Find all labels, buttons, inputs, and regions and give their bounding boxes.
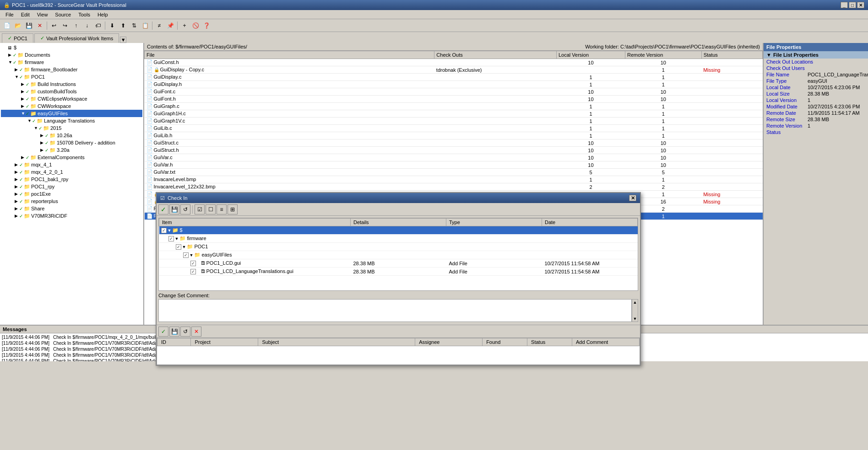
menu-source[interactable]: Source <box>51 11 75 18</box>
wi-col-found[interactable]: Found <box>483 338 527 346</box>
toolbar-open[interactable]: 📂 <box>13 21 23 31</box>
tree-expand-arrow[interactable]: ▶ <box>15 192 19 196</box>
tree-expand-arrow[interactable]: ▶ <box>8 53 13 57</box>
checkin-row[interactable]: ▼📁$ <box>159 226 638 235</box>
checkin-checkbox[interactable] <box>161 228 167 233</box>
title-bar-controls[interactable]: _ □ ✕ <box>841 2 864 8</box>
checkin-row[interactable]: ▼📁firmware <box>159 235 638 243</box>
tree-expand-arrow[interactable]: ▶ <box>15 199 19 204</box>
col-checkouts[interactable]: Check Outs <box>434 51 557 59</box>
toolbar-help[interactable]: ❓ <box>201 21 212 31</box>
dialog-btn-save[interactable]: 💾 <box>169 204 179 214</box>
work-items-save[interactable]: 💾 <box>169 327 179 337</box>
menu-help[interactable]: Help <box>94 11 112 18</box>
checkin-expand[interactable]: ▼ <box>182 245 186 249</box>
tree-expand-arrow[interactable]: ▶ <box>40 140 45 145</box>
tree-expand-arrow[interactable]: ▶ <box>15 184 19 189</box>
toolbar-checkin[interactable]: ⬆ <box>118 21 128 31</box>
tree-expand-arrow[interactable]: ▼ <box>15 75 19 79</box>
file-row[interactable]: 📄GuiStruct.h 10 10 <box>145 147 763 154</box>
file-row[interactable]: 📄GuiStruct.c 10 10 <box>145 139 763 147</box>
tree-expand-arrow[interactable]: ▶ <box>15 214 19 218</box>
checkin-checkbox[interactable] <box>183 252 189 258</box>
tree-expand-arrow[interactable]: ▶ <box>21 82 26 86</box>
tree-expand-arrow[interactable]: ▶ <box>40 148 45 152</box>
tree-item-firmware_bootloader[interactable]: ▶✓📁firmware_Bootloader <box>1 66 142 73</box>
file-row[interactable]: 📄InvacareLevel.bmp 1 1 <box>145 176 763 183</box>
menu-view[interactable]: View <box>33 11 52 18</box>
tree-item-3.20a[interactable]: ▶✓📁3.20a <box>1 146 142 154</box>
col-status[interactable]: Status <box>701 51 762 59</box>
tree-item-mqx_4_1[interactable]: ▶✓📁mqx_4_1 <box>1 161 142 168</box>
tree-item-reporterplus[interactable]: ▶✓📁reporterplus <box>1 198 142 205</box>
toolbar-label[interactable]: 🏷 <box>93 21 103 31</box>
tree-expand-arrow[interactable]: ▼ <box>34 126 38 130</box>
tree-item-documents[interactable]: ▶✓📁Documents <box>1 51 142 59</box>
checkin-expand[interactable]: ▼ <box>168 228 172 233</box>
checkin-row[interactable]: 🖺POC1_LCD.gui 28.38 MB Add File 10/27/20… <box>159 259 638 268</box>
maximize-button[interactable]: □ <box>849 2 856 8</box>
menu-edit[interactable]: Edit <box>17 11 33 18</box>
props-section-header[interactable]: ▼ File List Properties <box>764 51 868 59</box>
checkin-row[interactable]: 🖺POC1_LCD_LanguageTranslations.gui 28.38… <box>159 268 638 276</box>
toolbar-checkout[interactable]: ⬇ <box>107 21 117 31</box>
toolbar-save[interactable]: 💾 <box>24 21 34 31</box>
checkin-expand[interactable]: ▼ <box>175 236 179 241</box>
file-row[interactable]: 📄GuiLib.c 1 1 <box>145 125 763 132</box>
toolbar-undo[interactable]: ↩ <box>49 21 59 31</box>
tree-item-easyguifiles[interactable]: ▼✓📁easyGUIFiles <box>1 110 142 117</box>
close-button[interactable]: ✕ <box>857 2 864 8</box>
file-row[interactable]: 📄🔒GuiDisplay - Copy.c tdrobnak (Exclusiv… <box>145 66 763 74</box>
checkin-col-type[interactable]: Type <box>446 219 542 226</box>
comment-scroll-up[interactable]: ▲ <box>633 300 637 305</box>
wi-col-id[interactable]: ID <box>157 338 191 346</box>
file-row[interactable]: 📄GuiVar.txt 5 5 <box>145 169 763 176</box>
tree-item-cweclipseworkspace[interactable]: ▶✓📁CWEclipseWorkspace <box>1 95 142 102</box>
file-row[interactable]: 📄GuiConst.h 10 10 <box>145 59 763 66</box>
tree-expand-arrow[interactable]: ▶ <box>40 133 45 138</box>
toolbar-merge[interactable]: ⇅ <box>129 21 139 31</box>
wi-col-project[interactable]: Project <box>191 338 258 346</box>
tab-poc1[interactable]: ✓ POC1 <box>2 33 33 43</box>
dialog-file-table[interactable]: Item Details Type Date ▼📁$ ▼📁firmware ▼📁… <box>158 218 638 291</box>
file-row[interactable]: 📄GuiGraph1H.c 1 1 <box>145 110 763 118</box>
col-local-version[interactable]: Local Version <box>556 51 625 59</box>
tree-expand-arrow[interactable]: ▼ <box>21 111 26 116</box>
wi-col-comment[interactable]: Add Comment <box>572 338 640 346</box>
file-row[interactable]: 📄GuiFont.h 10 10 <box>145 96 763 103</box>
file-row[interactable]: 📄GuiVar.h 10 10 <box>145 161 763 169</box>
dialog-close-button[interactable]: ✕ <box>629 195 636 201</box>
menu-file[interactable]: File <box>2 11 17 18</box>
toolbar-redo[interactable]: ↪ <box>60 21 70 31</box>
dialog-btn-refresh[interactable]: ↺ <box>180 204 190 214</box>
work-items-delete[interactable]: ✕ <box>191 327 201 337</box>
tree-expand-arrow[interactable]: ▶ <box>21 104 26 108</box>
tree-item-share[interactable]: ▶✓📁Share <box>1 205 142 212</box>
file-row[interactable]: 📄GuiDisplay.h 1 1 <box>145 81 763 88</box>
tree-item-v70mr3ricidf[interactable]: ▶✓📁V70MR3RiCIDF <box>1 212 142 220</box>
checkin-expand[interactable]: ▼ <box>190 253 194 257</box>
file-row[interactable]: 📄GuiFont.c 10 10 <box>145 88 763 96</box>
comment-textarea[interactable] <box>158 299 632 322</box>
dialog-btn-list[interactable]: ≡ <box>217 204 227 214</box>
tree-item-language-translations[interactable]: ▼✓📁Language Translations <box>1 117 142 124</box>
tree-item-$[interactable]: 🖥$ <box>1 44 142 51</box>
tree-item-poc1[interactable]: ▼✓📁POC1 <box>1 73 142 80</box>
tree-item-build-instructions[interactable]: ▶✓📁Build Instructions <box>1 80 142 88</box>
checkin-row[interactable]: ▼📁easyGUIFiles <box>159 251 638 259</box>
col-remote-version[interactable]: Remote Version <box>625 51 701 59</box>
toolbar-up[interactable]: ↑ <box>71 21 81 31</box>
col-file[interactable]: File <box>145 51 434 59</box>
tree-item-150708-delivery---addition[interactable]: ▶✓📁150708 Delivery - addition <box>1 139 142 146</box>
tree-expand-arrow[interactable]: ▶ <box>21 89 26 94</box>
tree-expand-arrow[interactable]: ▶ <box>21 96 26 101</box>
file-row[interactable]: 📄GuiGraph1V.c 1 1 <box>145 118 763 125</box>
checkin-checkbox[interactable] <box>168 236 174 241</box>
tab-work-items[interactable]: ✓ Vault Professional Work Items <box>34 33 119 43</box>
checkin-checkbox[interactable] <box>190 269 196 274</box>
tree-item-mqx_4_2_0_1[interactable]: ▶✓📁mqx_4_2_0_1 <box>1 168 142 176</box>
toolbar-add[interactable]: + <box>179 21 190 31</box>
tree-expand-arrow[interactable]: ▶ <box>15 206 19 211</box>
file-row[interactable]: 📄GuiGraph.c 1 1 <box>145 103 763 110</box>
tree-item-poc1_bak1_rpy[interactable]: ▶✓📁POC1_bak1_rpy <box>1 176 142 183</box>
